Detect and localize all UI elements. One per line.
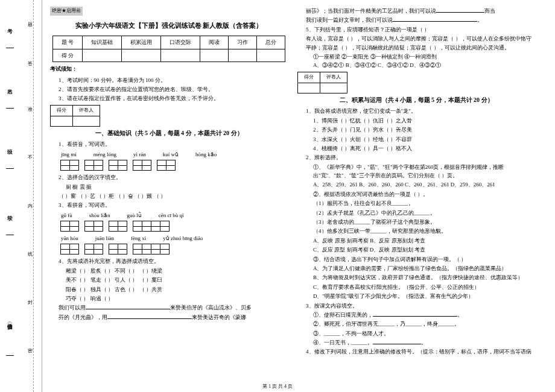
t: 来赞美伯牙的《高山流水》、贝多 <box>170 305 252 311</box>
blank[interactable] <box>393 16 477 22</box>
t: ②、卿死死，伯牙谓世再无______，乃______，终身______。 <box>313 321 460 327</box>
q4: 4、先将成语补充完整，再选择成语填空。 <box>59 257 288 265</box>
score-cell[interactable] <box>161 49 200 62</box>
pinyin-row-2b: yān hóu juān liàn fèng xì yǔ zhuó bīng d… <box>61 234 288 242</box>
p2q3-l0: ①、使卵石日臻完美的，。 <box>313 311 535 319</box>
score-cell[interactable] <box>257 49 285 62</box>
p2q2-2-oC: C、反应 原型 刻画考察 D、反映 原型刻划 考查 <box>313 245 535 254</box>
score-h4: 阅读 <box>200 36 229 49</box>
t: 来赞美达芬奇的《蒙娜 <box>192 314 246 320</box>
q4-r1: 美不（ ） 笔走（ ） 引人（ ） （ ）窠臼 <box>66 276 288 284</box>
p2q3-l2: ③、______，不拘一格降人才。 <box>313 329 535 338</box>
blank[interactable] <box>107 313 192 319</box>
py: cēn cī bù qí <box>159 211 184 220</box>
pinyin-row-2a: gū fù shòu liǎn guò lǜ cēn cī bù qí <box>61 211 288 220</box>
q5-choices: A、③④②① B、③④①② C、③④①② D、④③②① <box>313 61 535 69</box>
score-h1: 知识基础 <box>83 36 122 49</box>
p2q2-1-opts: A、258、259、261 B、260、260、260 C、260、261、26… <box>313 180 535 189</box>
p2q2-3: ③、结合语境，选出下列句子中加点词语解释有误的一项。（ ） <box>313 255 535 264</box>
py: gū fù <box>61 211 72 220</box>
label-name: 姓名 <box>6 84 14 109</box>
q2-line1: 厨 橱 震 振 <box>66 183 288 191</box>
q4-r2: 阳春（ ） 独具（ ） 古色（ ） （ ）共赏 <box>66 285 288 294</box>
q4-fill1: 我们可以用来赞美伯牙的《高山流水》、贝多 <box>59 303 288 312</box>
t: 我们可以用 <box>59 305 86 311</box>
dashed-line <box>33 0 34 392</box>
p2-q2: 2、辨析选择。 <box>306 153 535 162</box>
score-h2: 积累运用 <box>122 36 161 49</box>
char-grid-row-2a[interactable] <box>61 221 288 232</box>
score-cell[interactable] <box>122 49 161 62</box>
page-footer: 第 1 页 共 4 页 <box>0 383 555 390</box>
py: juān liàn <box>95 234 114 242</box>
p2q2-2-l3: （4）他多次到三峡一带______，研究那里的地形地貌。 <box>313 227 535 235</box>
p2q3-l3: ④、一日无书，______。。 <box>313 338 535 347</box>
notice-head: 考试须知： <box>50 65 288 73</box>
r-top2: 我们读到一篇好文章时，我们可以说。 <box>306 16 535 24</box>
pinyin-row-1: jīng mì méng lóng yì rán kuí wǔ hōng kǎo <box>61 150 288 159</box>
score-h3: 口语交际 <box>161 36 200 49</box>
t: 而当 <box>484 8 495 14</box>
q2: 2、选择合适的汉字填空。 <box>59 173 288 182</box>
p2q1-r2: 3、水深火（ ）火朝（ ）经地（ ）不容辞 <box>313 135 535 144</box>
score-cell[interactable] <box>83 49 122 62</box>
p2q3-l1: ②、卿死死，伯牙谓世再无______，乃______，终身______。 <box>313 320 535 328</box>
left-margin: 考号 姓名 班级 学校 乡镇（街道） 题 答 准 不 内 线 封 密 <box>0 0 42 392</box>
score-cell[interactable] <box>200 49 229 62</box>
py: guò lǜ <box>127 211 142 220</box>
score-table: 题 号 知识基础 积累运用 口语交际 阅读 习作 总分 得 分 <box>52 36 285 62</box>
right-column: 丽莎》；当我们面对一件精美的工艺品时，我们可以说而当 我们读到一篇好文章时，我们… <box>293 6 540 357</box>
py: kuí wǔ <box>163 150 179 159</box>
page-content: 绝密★启用前 实验小学六年级语文【下册】强化训练试卷 新人教版（含答案） 题 号… <box>45 6 549 357</box>
p2q2-1: ①、《新华字典》中，"筋"、"狂"两个字都在第260页，根据音序排列规律，推断出… <box>313 163 535 180</box>
q5: 5、下列括号里，应填哪些短语？正确的一项是（ ） <box>306 25 535 34</box>
p2-q4: 4、修改下列词段，注意用上准确的修改符号。（提示：错别字，标点，语序，用词不当等… <box>306 347 535 356</box>
t: 芬的《月光曲》，用 <box>59 314 107 320</box>
left-column: 绝密★启用前 实验小学六年级语文【下册】强化训练试卷 新人教版（含答案） 题 号… <box>45 6 293 357</box>
py: fèng xì <box>131 234 146 242</box>
label-class: 班级 <box>6 145 14 169</box>
score-h0: 题 号 <box>52 36 82 49</box>
py: yì rán <box>133 150 146 159</box>
r-top: 丽莎》；当我们面对一件精美的工艺品时，我们可以说而当 <box>306 7 535 15</box>
mini-b: 评卷人 <box>320 72 347 83</box>
mini-b: 评卷人 <box>73 105 100 116</box>
part1-title: 一、基础知识（共 5 小题，每题 4 分，本题共计 20 分） <box>50 128 288 138</box>
score-row2: 得 分 <box>52 49 82 62</box>
py: yān hóu <box>61 234 78 242</box>
char-grid-row-1[interactable] <box>61 160 288 171</box>
part2-title: 二、积累与运用（共 4 小题，每题 5 分，本题共计 20 分） <box>297 95 535 105</box>
p2q2-2-l2: （3）老舍成功的______了骆驼祥子这个典型形象。 <box>313 218 535 226</box>
p2q2-3-A: A、为了满足人们健康的需要，厂家纷纷推出了绿色食品。（指绿色的蔬菜果品） <box>313 264 535 273</box>
blank[interactable] <box>436 7 484 13</box>
p2q2-2-oA: A、反映 原形 刻画考察 B、反应 原形刻划 考查 <box>313 236 535 245</box>
mini-score-1: 得分评卷人 <box>50 105 100 127</box>
blank[interactable] <box>373 311 457 317</box>
blank[interactable] <box>373 338 421 344</box>
py: yǔ zhuó bīng diāo <box>163 234 203 242</box>
score-h5: 习作 <box>229 36 257 49</box>
q1: 1、看拼音，写词语。 <box>59 140 288 148</box>
p2q1-r1: 2、齐头并（ ）门见（ ）穷水（ ）善尽美 <box>313 125 535 134</box>
score-h6: 总分 <box>257 36 285 49</box>
p2q2-2: ②、根据语境依次写词语最恰当的一项是（ ）。 <box>313 190 535 198</box>
label-examno: 考号 <box>6 24 14 48</box>
char-grid-row-2b[interactable] <box>61 244 288 254</box>
p2q1-r0: 1、博闻强（ ）忆犹（ ）仇旧（ ）之入骨 <box>313 116 535 125</box>
q4-r3: 巧夺（ ） 响遏（ ） <box>66 294 288 303</box>
p2q2-3-D: D、"明星学院"吸引了不少阳光少年。（指活泼、富有生气的少年） <box>313 292 535 300</box>
p2-q3: 3、按课文内容填空。 <box>306 302 535 310</box>
t: ①、使卵石日臻完美的， <box>313 312 373 318</box>
q4-r0: 雕梁（ ） 脍炙（ ） 不同（ ） （ ）绕梁 <box>66 267 288 275</box>
q5-body: 有人说，宽容是（ ），可以消除人与人之间的摩擦；宽容是（ ），可以使人在众多纷扰… <box>306 34 535 52</box>
score-cell[interactable] <box>229 49 257 62</box>
secret-stamp: 绝密★启用前 <box>50 7 83 16</box>
mini-a: 得分 <box>298 72 320 83</box>
p2q2-2-l1: （2）孟夫子就是《孔乙己》中的孔乙己的______。 <box>313 209 535 217</box>
blank[interactable] <box>86 303 170 309</box>
paper-title: 实验小学六年级语文【下册】强化训练试卷 新人教版（含答案） <box>50 21 288 31</box>
q4-fill2: 芬的《月光曲》，用来赞美达芬奇的《蒙娜 <box>59 313 288 321</box>
mini-a: 得分 <box>51 105 73 116</box>
t: 丽莎》；当我们面对一件精美的工艺品时，我们可以说 <box>306 8 436 14</box>
p2q2-3-C: C、教育厅要求各高校实行阳光招生。（指公开、公平、公正的招生） <box>313 283 535 291</box>
